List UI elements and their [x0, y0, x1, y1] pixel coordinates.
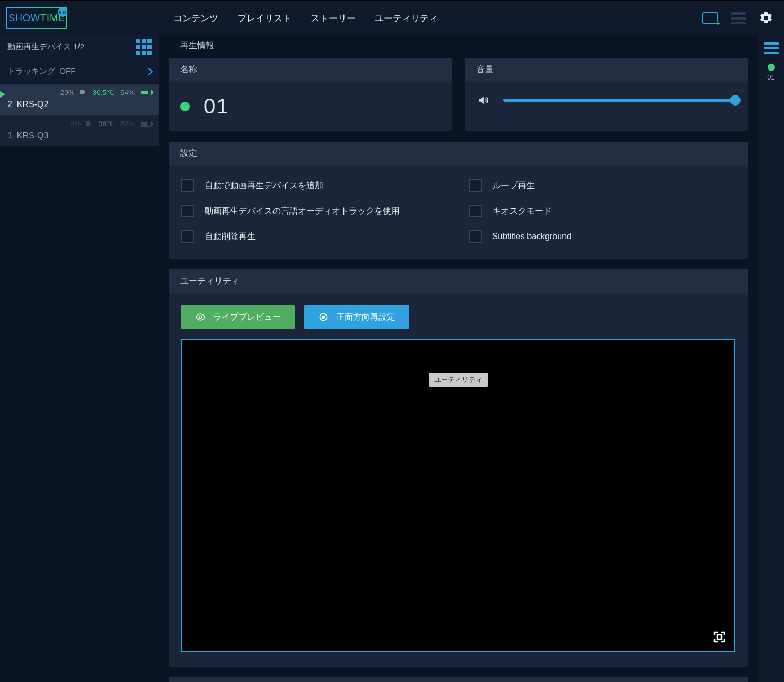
device-stats: 20% 30.5℃ 64% [7, 88, 152, 97]
checkbox-label: キオスクモード [492, 206, 552, 217]
device-name: 2 KRS-Q2 [7, 100, 152, 109]
device-battery-pct: 62% [120, 120, 135, 128]
nav-contents[interactable]: コンテンツ [173, 12, 218, 24]
device-volume-pct: 20% [60, 89, 75, 97]
checkbox-auto-delete-play[interactable]: 自動削除再生 [181, 230, 448, 243]
device-item[interactable]: 0% 36℃ 62% 1 KRS-Q3 [0, 115, 159, 146]
utility-panel: ユーティリティ ライブプレビュー 正面方向再設定 ユーティリティ [169, 269, 748, 667]
nav-playlist[interactable]: プレイリスト [237, 12, 292, 24]
target-icon [318, 312, 329, 322]
grid-view-icon[interactable] [136, 39, 152, 55]
checkbox-label: 動画再生デバイスの言語オーディオトラックを使用 [205, 206, 400, 217]
device-stats: 0% 36℃ 62% [7, 119, 152, 128]
rail-mini-label: 01 [767, 73, 774, 81]
reset-orientation-button[interactable]: 正面方向再設定 [304, 305, 409, 329]
device-item-selected[interactable]: 20% 30.5℃ 64% 2 KRS-Q2 [0, 84, 159, 115]
preview-tooltip: ユーティリティ [429, 373, 488, 387]
svg-point-0 [199, 316, 202, 319]
volume-panel-header: 音量 [465, 58, 748, 82]
device-temp: 30.5℃ [93, 88, 115, 97]
nav-utility[interactable]: ユーティリティ [375, 12, 438, 24]
top-bar: SHOWTIME VR コンテンツ プレイリスト ストーリー ユーティリティ [0, 0, 784, 35]
name-panel: 名称 01 [169, 58, 452, 131]
checkbox-kiosk-mode[interactable]: キオスクモード [469, 205, 736, 217]
tracking-state: OFF [59, 66, 75, 75]
gear-icon[interactable] [759, 11, 773, 25]
sidebar-tracking-row[interactable]: トラッキング OFF [0, 59, 159, 84]
settings-panel: 設定 自動で動画再生デバイスを追加 ループ再生 動画再生デバイスの言語オーディオ… [169, 142, 748, 259]
top-nav: コンテンツ プレイリスト ストーリー ユーティリティ [173, 12, 438, 24]
live-preview-viewport[interactable]: ユーティリティ [181, 339, 735, 652]
checkbox-auto-add-device[interactable]: 自動で動画再生デバイスを追加 [181, 179, 448, 192]
sidebar: 動画再生デバイス 1/2 トラッキング OFF 20% 30.5℃ 64% 2 … [0, 35, 159, 682]
volume-slider[interactable] [503, 99, 737, 102]
logo-text-show: SHOW [8, 13, 40, 24]
app-logo: SHOWTIME VR [6, 7, 67, 29]
checkbox-box [181, 179, 194, 192]
volume-icon [477, 94, 489, 106]
checkbox-box [181, 230, 194, 243]
checkbox-label: 自動で動画再生デバイスを追加 [205, 180, 323, 191]
checkbox-loop-play[interactable]: ループ再生 [469, 179, 736, 192]
device-volume-pct: 0% [70, 120, 81, 128]
add-device-icon[interactable] [702, 12, 718, 24]
checkbox-box [469, 230, 482, 243]
audio-broadcast-panel: 音声一斉送信 [169, 677, 748, 682]
battery-icon [140, 121, 152, 127]
name-panel-header: 名称 [169, 58, 452, 82]
checkbox-box [181, 205, 194, 217]
svg-point-2 [322, 316, 325, 319]
topbar-right-group [702, 11, 773, 25]
logo-vr-badge: VR [58, 7, 67, 17]
device-battery-pct: 64% [120, 89, 135, 97]
device-temp: 36℃ [99, 119, 115, 128]
live-preview-label: ライブプレビュー [213, 312, 281, 323]
list-view-icon[interactable] [731, 12, 746, 24]
audio-broadcast-header: 音声一斉送信 [169, 677, 748, 682]
checkbox-subtitles-background[interactable]: Subtitles background [469, 230, 736, 243]
checkbox-box [469, 179, 482, 192]
rail-device-mini[interactable]: 01 [767, 64, 774, 81]
volume-icon [86, 120, 93, 127]
playback-name-value: 01 [204, 94, 230, 118]
device-name: 1 KRS-Q3 [7, 131, 152, 141]
rail-menu-icon[interactable] [764, 42, 779, 54]
playback-info-panels: 名称 01 音量 [169, 58, 748, 131]
nav-story[interactable]: ストーリー [311, 12, 356, 24]
volume-panel: 音量 [465, 58, 748, 131]
slider-thumb[interactable] [730, 95, 741, 106]
eye-icon [195, 312, 206, 322]
right-rail: 01 [757, 35, 784, 682]
utility-header: ユーティリティ [169, 269, 748, 293]
volume-icon [80, 89, 87, 95]
live-preview-button[interactable]: ライブプレビュー [181, 305, 295, 329]
status-dot-icon [768, 64, 775, 71]
utility-buttons: ライブプレビュー 正面方向再設定 [181, 305, 735, 329]
settings-header: 設定 [169, 142, 748, 165]
tracking-label: トラッキング [7, 66, 55, 75]
chevron-right-icon [145, 67, 153, 75]
playing-indicator-icon [0, 91, 5, 98]
main-content: 再生情報 名称 01 音量 設定 自 [159, 35, 757, 682]
playback-info-title: 再生情報 [169, 35, 748, 58]
svg-rect-3 [717, 635, 721, 639]
checkbox-label: Subtitles background [492, 232, 571, 241]
status-dot-icon [180, 102, 190, 111]
devices-header-label: 動画再生デバイス 1/2 [7, 42, 84, 52]
checkbox-label: ループ再生 [492, 180, 535, 191]
battery-icon [140, 90, 152, 95]
fullscreen-icon[interactable] [712, 631, 727, 643]
checkbox-label: 自動削除再生 [205, 231, 256, 242]
sidebar-devices-header: 動画再生デバイス 1/2 [0, 35, 159, 59]
reset-orientation-label: 正面方向再設定 [336, 312, 395, 323]
checkbox-box [469, 205, 482, 217]
checkbox-use-lang-audio[interactable]: 動画再生デバイスの言語オーディオトラックを使用 [181, 205, 448, 217]
